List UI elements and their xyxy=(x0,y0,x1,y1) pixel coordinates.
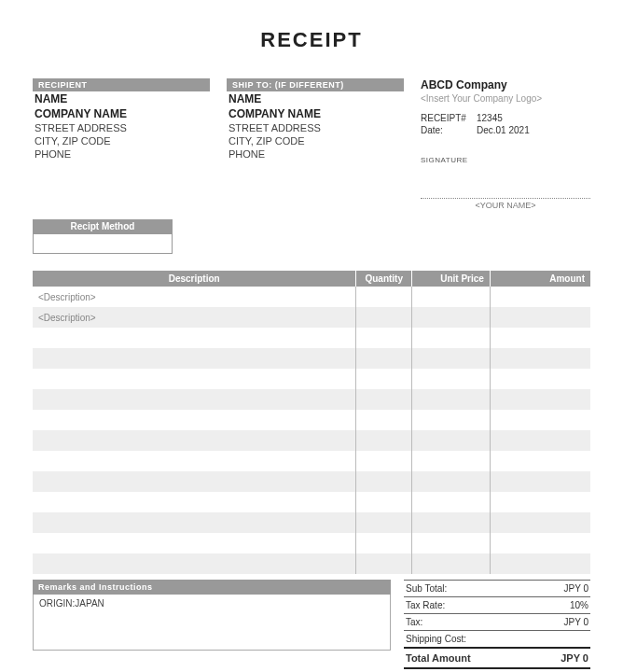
cell-qty[interactable] xyxy=(356,553,412,574)
cell-qty[interactable] xyxy=(356,287,412,307)
date-label: Date: xyxy=(421,125,477,135)
shipto-block: SHIP TO: (IF DIFFERENT) NAME COMPANY NAM… xyxy=(227,78,404,210)
cell-desc[interactable] xyxy=(33,451,356,471)
cell-amount[interactable] xyxy=(490,471,590,492)
cell-desc[interactable] xyxy=(33,492,356,512)
cell-desc[interactable]: <Description> xyxy=(33,307,356,328)
cell-qty[interactable] xyxy=(356,492,412,512)
table-row xyxy=(33,328,590,348)
cell-price[interactable] xyxy=(412,492,491,512)
recipient-street: STREET ADDRESS xyxy=(33,121,210,134)
cell-desc[interactable] xyxy=(33,348,356,369)
cell-qty[interactable] xyxy=(356,451,412,471)
company-block: ABCD Company <Insert Your Company Logo> … xyxy=(421,78,590,210)
table-row xyxy=(33,451,590,471)
receipt-method-input[interactable] xyxy=(33,233,173,254)
recipient-name: NAME xyxy=(33,91,210,106)
subtotal-value: JPY 0 xyxy=(564,583,589,594)
shipto-name: NAME xyxy=(227,91,404,106)
cell-amount[interactable] xyxy=(490,512,590,533)
cell-qty[interactable] xyxy=(356,471,412,492)
cell-price[interactable] xyxy=(412,430,491,451)
cell-amount[interactable] xyxy=(490,328,590,348)
cell-desc[interactable] xyxy=(33,553,356,574)
total-value: JPY 0 xyxy=(561,652,588,664)
cell-desc[interactable] xyxy=(33,533,356,553)
cell-desc[interactable] xyxy=(33,328,356,348)
col-header-description: Description xyxy=(33,271,356,287)
col-header-amount: Amount xyxy=(490,271,590,287)
cell-qty[interactable] xyxy=(356,328,412,348)
cell-desc[interactable] xyxy=(33,369,356,389)
cell-amount[interactable] xyxy=(490,451,590,471)
tax-label: Tax: xyxy=(406,617,422,627)
table-row xyxy=(33,471,590,492)
cell-price[interactable] xyxy=(412,307,491,328)
cell-amount[interactable] xyxy=(490,307,590,328)
cell-qty[interactable] xyxy=(356,307,412,328)
cell-price[interactable] xyxy=(412,287,491,307)
recipient-company: COMPANY NAME xyxy=(33,106,210,121)
company-name: ABCD Company xyxy=(421,78,590,91)
col-header-quantity: Quantity xyxy=(356,271,412,287)
logo-placeholder: <Insert Your Company Logo> xyxy=(421,93,590,104)
cell-qty[interactable] xyxy=(356,369,412,389)
tax-value: JPY 0 xyxy=(564,617,589,627)
recipient-phone: PHONE xyxy=(33,147,210,161)
remarks-body[interactable]: ORIGIN:JAPAN xyxy=(33,595,391,651)
signature-line: <YOUR NAME> xyxy=(421,198,590,210)
cell-qty[interactable] xyxy=(356,389,412,410)
cell-desc[interactable] xyxy=(33,512,356,533)
cell-desc[interactable] xyxy=(33,389,356,410)
taxrate-label: Tax Rate: xyxy=(406,600,445,610)
cell-price[interactable] xyxy=(412,348,491,369)
cell-desc[interactable] xyxy=(33,471,356,492)
cell-price[interactable] xyxy=(412,328,491,348)
table-row: <Description> xyxy=(33,307,590,328)
cell-amount[interactable] xyxy=(490,348,590,369)
cell-price[interactable] xyxy=(412,553,491,574)
cell-amount[interactable] xyxy=(490,287,590,307)
subtotal-label: Sub Total: xyxy=(406,583,447,594)
shipto-street: STREET ADDRESS xyxy=(227,121,404,134)
cell-qty[interactable] xyxy=(356,533,412,553)
table-row xyxy=(33,410,590,430)
cell-amount[interactable] xyxy=(490,492,590,512)
cell-amount[interactable] xyxy=(490,410,590,430)
cell-desc[interactable]: <Description> xyxy=(33,287,356,307)
cell-qty[interactable] xyxy=(356,410,412,430)
cell-amount[interactable] xyxy=(490,553,590,574)
totals-block: Sub Total: JPY 0 Tax Rate: 10% Tax: JPY … xyxy=(404,580,590,669)
table-row xyxy=(33,389,590,410)
cell-price[interactable] xyxy=(412,451,491,471)
cell-qty[interactable] xyxy=(356,512,412,533)
cell-amount[interactable] xyxy=(490,430,590,451)
shipto-company: COMPANY NAME xyxy=(227,106,404,121)
cell-price[interactable] xyxy=(412,410,491,430)
table-row xyxy=(33,492,590,512)
table-row xyxy=(33,533,590,553)
cell-desc[interactable] xyxy=(33,430,356,451)
remarks-header: Remarks and Instructions xyxy=(33,580,391,595)
table-row xyxy=(33,512,590,533)
cell-amount[interactable] xyxy=(490,533,590,553)
shipto-header: SHIP TO: (IF DIFFERENT) xyxy=(227,78,404,91)
recipient-header: RECIPIENT xyxy=(33,78,210,91)
cell-price[interactable] xyxy=(412,533,491,553)
table-row xyxy=(33,348,590,369)
cell-amount[interactable] xyxy=(490,369,590,389)
table-row xyxy=(33,430,590,451)
cell-price[interactable] xyxy=(412,471,491,492)
table-row xyxy=(33,369,590,389)
col-header-unit-price: Unit Price xyxy=(412,271,491,287)
cell-qty[interactable] xyxy=(356,430,412,451)
cell-price[interactable] xyxy=(412,512,491,533)
cell-amount[interactable] xyxy=(490,389,590,410)
cell-qty[interactable] xyxy=(356,348,412,369)
cell-desc[interactable] xyxy=(33,410,356,430)
cell-price[interactable] xyxy=(412,389,491,410)
remarks-block: Remarks and Instructions ORIGIN:JAPAN xyxy=(33,580,391,669)
table-row: <Description> xyxy=(33,287,590,307)
page-title: RECEIPT xyxy=(33,28,590,52)
cell-price[interactable] xyxy=(412,369,491,389)
